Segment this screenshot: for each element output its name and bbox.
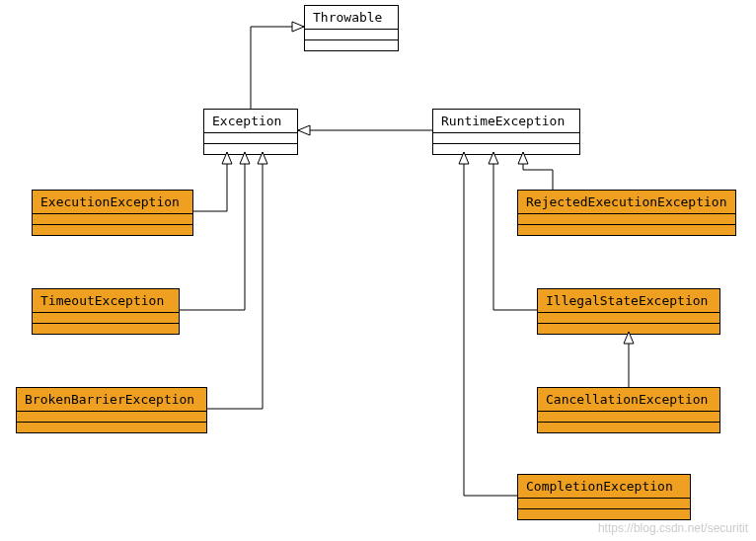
- class-methods: [538, 423, 719, 432]
- class-name-label: IllegalStateException: [538, 289, 719, 313]
- class-timeoutexception: TimeoutException: [32, 288, 180, 335]
- class-methods: [433, 144, 579, 154]
- watermark-text: https://blog.csdn.net/securitit: [598, 521, 748, 535]
- class-attributes: [433, 133, 579, 144]
- edge-brokenbarrierexception-exception: [207, 152, 263, 409]
- class-exception: Exception: [203, 109, 298, 155]
- class-attributes: [538, 412, 719, 423]
- class-methods: [17, 423, 206, 432]
- class-executionexception: ExecutionException: [32, 190, 193, 236]
- class-attributes: [33, 313, 179, 324]
- class-name-label: RuntimeException: [433, 110, 579, 133]
- edge-completionexception-runtimeexception: [464, 152, 517, 496]
- class-name-label: BrokenBarrierException: [17, 388, 206, 412]
- class-attributes: [305, 30, 398, 40]
- class-name-label: Throwable: [305, 6, 398, 30]
- class-attributes: [204, 133, 297, 144]
- class-methods: [538, 324, 719, 334]
- class-name-label: CompletionException: [518, 475, 690, 499]
- class-name-label: TimeoutException: [33, 289, 179, 313]
- class-methods: [33, 225, 192, 235]
- class-cancellationexception: CancellationException: [537, 387, 720, 433]
- inheritance-connectors: [0, 0, 756, 541]
- edge-rejectedexecutionexception-runtimeexception: [523, 152, 553, 190]
- class-runtimeexception: RuntimeException: [432, 109, 580, 155]
- class-attributes: [17, 412, 206, 423]
- class-brokenbarrierexception: BrokenBarrierException: [16, 387, 207, 433]
- edge-exception-throwable: [251, 27, 304, 109]
- class-name-label: CancellationException: [538, 388, 719, 412]
- class-attributes: [518, 499, 690, 509]
- class-methods: [518, 225, 735, 235]
- class-throwable: Throwable: [304, 5, 399, 51]
- class-name-label: ExecutionException: [33, 191, 192, 214]
- class-methods: [305, 40, 398, 50]
- class-name-label: RejectedExecutionException: [518, 191, 735, 214]
- class-methods: [518, 509, 690, 519]
- class-attributes: [538, 313, 719, 324]
- class-illegalstateexception: IllegalStateException: [537, 288, 720, 335]
- class-rejectedexecutionexception: RejectedExecutionException: [517, 190, 736, 236]
- edge-executionexception-exception: [193, 152, 227, 211]
- class-attributes: [33, 214, 192, 225]
- class-completionexception: CompletionException: [517, 474, 691, 520]
- class-name-label: Exception: [204, 110, 297, 133]
- class-attributes: [518, 214, 735, 225]
- class-methods: [204, 144, 297, 154]
- class-methods: [33, 324, 179, 334]
